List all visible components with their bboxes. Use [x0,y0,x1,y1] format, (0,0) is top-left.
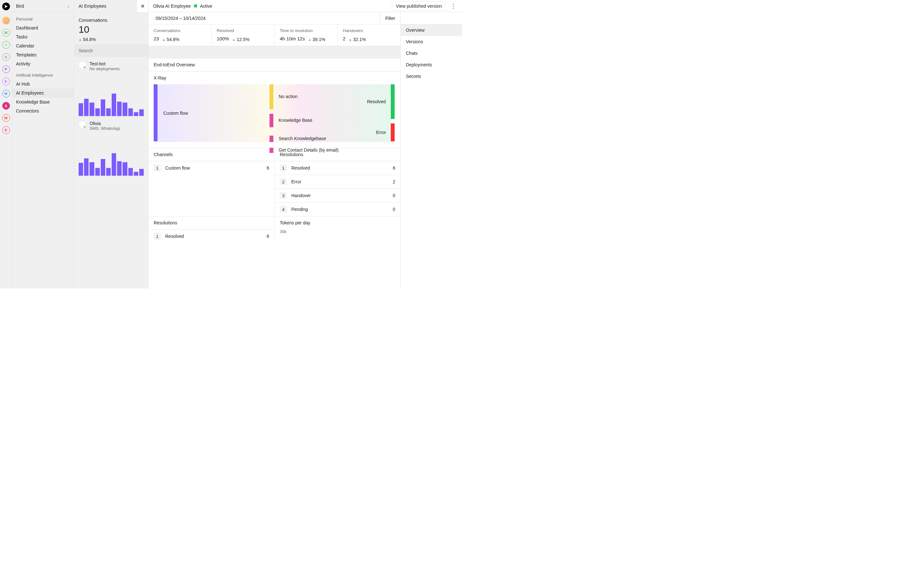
kpi-delta: ▲12.5% [232,37,250,42]
sidebar-section-label: Personal [12,12,74,23]
row-rank: 1 [280,164,287,171]
kpi-label: Conversations [153,28,206,33]
tab-versions[interactable]: Versions [401,36,462,47]
sidebar-section-label: Artificial Intelligence [12,68,74,79]
subbar: 09/15/2024 – 10/14/2024 Filter [149,12,401,24]
sankey-label: Resolved [367,99,386,104]
sankey-bar [391,84,395,119]
stat-conversations: Conversations 10 ▲54.8% [74,13,148,45]
sidebar-item-templates[interactable]: Templates [12,50,74,59]
employee-name: Olivia [89,121,120,126]
kpi-delta: ▲39.1% [308,37,325,42]
row-value: 6 [267,234,269,239]
trend-up-icon: ▲ [162,38,166,41]
sankey-label: No action [278,94,297,99]
employee-sparkline [79,71,144,116]
employees-panel: AI Employees ✕ Conversations 10 ▲54.8% S… [74,0,149,288]
sidebar-item-activity[interactable]: Activity [12,59,74,68]
employee-card-olivia[interactable]: OliviaSMS, WhatsApp [74,116,148,176]
table-row: 1Resolved6 [275,161,401,175]
kpi-conversations: Conversations23▲54.8% [149,24,212,46]
rail-workspace-a[interactable]: A [2,102,10,110]
table-row: 3Handover0 [275,189,401,202]
sidebar-item-dashboard[interactable]: Dashboard [12,23,74,32]
tab-deployments[interactable]: Deployments [401,59,462,71]
rail-workspace-w[interactable]: W [2,114,10,122]
employee-card-test-bot[interactable]: Test-botNo deployments [74,57,148,116]
row-name: Resolved [291,165,393,171]
stat-label: Conversations [79,18,144,23]
chevron-down-icon: ⌄ [67,4,70,8]
sankey-bar [270,148,273,153]
rail-workspace-h[interactable]: H [2,90,10,97]
rail-workspace-e[interactable]: E [2,77,10,85]
date-range[interactable]: 09/15/2024 – 10/14/2024 [149,12,380,24]
table-row: 1Custom flow6 [149,161,274,175]
rail-workspace-m[interactable]: M [2,29,10,37]
rail-workspace-d[interactable]: D [2,126,10,134]
kpi-row: Conversations23▲54.8%Resolved100%▲12.5%T… [149,24,401,46]
kpi-label: Time to resolution [280,28,333,33]
sankey-label: Error [376,130,386,135]
workspace-selector[interactable]: Bird ⌄ [12,0,74,12]
more-menu-icon[interactable]: ⋮ [449,3,457,10]
employee-name: Test-bot [89,61,120,66]
table-row: 1Resolved6 [149,229,274,243]
spacer [149,46,401,58]
tab-chats[interactable]: Chats [401,47,462,59]
close-icon[interactable]: ✕ [137,0,148,12]
sankey-bar [270,135,273,142]
trend-up-icon: ▲ [349,38,352,41]
stat-delta: ▲54.8% [79,37,96,42]
trend-up-icon: ▲ [232,38,236,41]
employee-avatar [79,61,86,69]
row-value: 6 [267,165,269,171]
topbar: Olivia AI Employee Active View published… [149,0,462,12]
sankey-bar [153,84,158,141]
row-rank: 4 [280,206,287,213]
brand-logo[interactable] [2,3,10,10]
sankey-label: Custom flow [163,111,188,116]
tab-overview[interactable]: Overview [401,24,462,36]
rail-workspace-i[interactable]: I [2,41,10,49]
user-avatar[interactable] [2,17,10,24]
page-title: Olivia AI Employee [153,3,191,9]
sankey-bar [270,114,273,127]
panel-title: AI Employees [74,0,137,12]
rail-workspace-s[interactable]: S [2,53,10,61]
sidebar-item-knowledge-base[interactable]: Knowledge Base [12,97,74,106]
resolutions2-title: Resolutions [149,216,274,229]
table-row: 2Error2 [275,175,401,189]
row-value: 6 [393,165,395,171]
sankey-label: Knowledge Base [278,118,312,123]
kpi-value: 2 [343,36,346,41]
sidebar-item-tasks[interactable]: Tasks [12,32,74,41]
search-input[interactable]: Search [74,45,148,57]
kpi-delta: ▲32.1% [349,37,366,42]
sidebar-item-connectors[interactable]: Connectors [12,106,74,115]
row-name: Custom flow [165,165,267,171]
employee-sparkline [79,131,144,176]
filter-button[interactable]: Filter [380,12,401,24]
primary-sidebar: Bird ⌄ PersonalDashboardTasksCalendarTem… [12,0,74,288]
icon-rail: MISPEHAWD [0,0,12,288]
tokens-y-label: 30k [275,229,401,234]
sidebar-item-calendar[interactable]: Calendar [12,41,74,50]
row-rank: 2 [280,178,287,185]
row-name: Pending [291,207,393,212]
row-name: Resolved [165,234,267,239]
row-value: 0 [393,193,395,198]
xray-sankey: Custom flowNo actionKnowledge BaseSearch… [153,84,395,142]
kpi-delta: ▲54.8% [162,37,180,42]
sankey-bar [270,84,273,109]
sankey-label: Search Knowledgebase [278,136,326,141]
channels-title: Channels [149,148,274,161]
tab-secrets[interactable]: Secrets [401,71,462,82]
rail-workspace-p[interactable]: P [2,65,10,73]
row-name: Handover [291,193,393,198]
sidebar-item-ai-hub[interactable]: AI Hub [12,79,74,89]
sidebar-item-ai-employees[interactable]: AI Employees [12,89,74,97]
kpi-handovers: Handovers2▲32.1% [338,24,401,46]
sankey-bar [391,123,395,141]
view-published-button[interactable]: View published version [392,1,446,11]
